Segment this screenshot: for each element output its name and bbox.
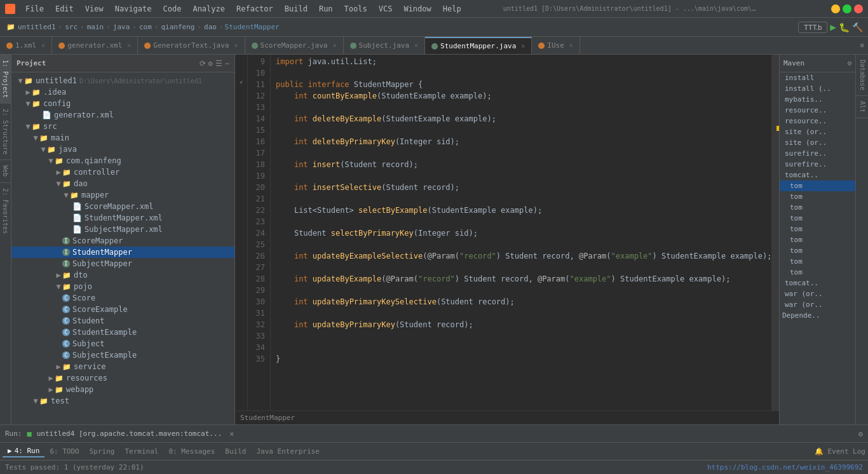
tree-comqianfeng[interactable]: ▼ 📁 com.qianfeng <box>11 155 234 166</box>
run-config-dropdown[interactable]: TTT.b <box>798 22 827 33</box>
tree-config[interactable]: ▼ 📁 config <box>11 98 234 109</box>
tree-dto[interactable]: ▶ 📁 dto <box>11 269 234 281</box>
bottom-tab-build[interactable]: Build <box>220 446 251 457</box>
menu-file[interactable]: File <box>20 3 49 15</box>
vtab-web[interactable]: Web <box>0 160 11 182</box>
layout-icon[interactable]: ☰ <box>215 59 222 68</box>
run-stop-icon[interactable]: ■ <box>27 430 32 438</box>
maven-site2[interactable]: site (or.. <box>780 137 855 148</box>
minimize-button[interactable] <box>831 4 840 13</box>
tree-score[interactable]: C Score <box>11 292 234 304</box>
tab-generatortext[interactable]: GeneratorText.java × <box>138 37 245 54</box>
run-button[interactable]: ▶ <box>830 21 836 33</box>
menu-window[interactable]: Window <box>398 3 436 15</box>
breadcrumb-dao[interactable]: dao <box>204 23 217 31</box>
menu-run[interactable]: Run <box>314 3 338 15</box>
tab-scoremapper[interactable]: ScoreMapper.java × <box>245 37 344 54</box>
tab-1xml[interactable]: 1.xml × <box>0 37 52 54</box>
close-button[interactable] <box>854 4 863 13</box>
maven-resource1[interactable]: resource.. <box>780 105 855 116</box>
debug-button[interactable]: 🐛 <box>839 22 850 32</box>
structure-button[interactable]: ≡ <box>856 37 868 54</box>
vtab-project[interactable]: 1: Project <box>0 55 11 104</box>
tab-close-1xml[interactable]: × <box>41 42 45 49</box>
tab-generatorxml[interactable]: generator.xml × <box>52 37 138 54</box>
tree-resources[interactable]: ▶ 📁 resources <box>11 372 234 384</box>
tab-close-scoremapper[interactable]: × <box>333 42 337 49</box>
menu-view[interactable]: View <box>80 3 109 15</box>
tree-scoremapper-xml[interactable]: 📄 ScoreMapper.xml <box>11 201 234 212</box>
maven-surefire1[interactable]: surefire.. <box>780 148 855 159</box>
tab-studentmapper[interactable]: StudentMapper.java × <box>425 37 532 54</box>
maven-tom2[interactable]: tom <box>780 191 855 202</box>
tree-studentexample[interactable]: C StudentExample <box>11 327 234 338</box>
maven-tom3[interactable]: tom <box>780 202 855 213</box>
maven-tom5[interactable]: tom <box>780 224 855 234</box>
tree-java[interactable]: ▼ 📁 java <box>11 144 234 155</box>
maven-tom9[interactable]: tom <box>780 267 855 278</box>
tree-mapper[interactable]: ▼ 📁 mapper <box>11 189 234 201</box>
maven-tom8[interactable]: tom <box>780 256 855 267</box>
maven-tom4[interactable]: tom <box>780 213 855 224</box>
gear-icon[interactable]: ⚙ <box>208 59 213 68</box>
maven-tom7[interactable]: tom <box>780 245 855 256</box>
maven-war1[interactable]: war (or.. <box>780 288 855 299</box>
tree-student[interactable]: C Student <box>11 315 234 327</box>
tree-subject[interactable]: C Subject <box>11 338 234 349</box>
menu-vcs[interactable]: VCS <box>374 3 398 15</box>
sync-icon[interactable]: ⟳ <box>200 59 206 68</box>
bottom-tab-run[interactable]: ▶ 4: Run <box>3 445 44 457</box>
maven-resource2[interactable]: resource.. <box>780 116 855 126</box>
breadcrumb-studentmapper[interactable]: StudentMapper <box>225 23 280 31</box>
event-log-label[interactable]: 🔔 Event Log <box>815 447 865 456</box>
vtab-favorites[interactable]: 2: Favorites <box>0 183 11 239</box>
tree-pojo[interactable]: ▼ 📁 pojo <box>11 281 234 292</box>
maven-tomcat2[interactable]: tomcat.. <box>780 278 855 288</box>
menu-edit[interactable]: Edit <box>50 3 79 15</box>
maven-tomcat1[interactable]: tomcat.. <box>780 170 855 180</box>
tree-subjectmapper-xml[interactable]: 📄 SubjectMapper.xml <box>11 224 234 235</box>
maven-install[interactable]: install <box>780 72 855 83</box>
breadcrumb-com[interactable]: com <box>139 23 152 31</box>
maven-surefire2[interactable]: surefire.. <box>780 159 855 170</box>
tree-subjectexample[interactable]: C SubjectExample <box>11 349 234 361</box>
tree-controller[interactable]: ▶ 📁 controller <box>11 166 234 178</box>
vtab-alt[interactable]: Alt <box>856 96 868 118</box>
maven-settings-icon[interactable]: ⚙ <box>847 59 851 67</box>
collapse-icon[interactable]: − <box>225 59 229 68</box>
tree-src[interactable]: ▼ 📁 src <box>11 121 234 132</box>
tree-dao[interactable]: ▼ 📁 dao <box>11 178 234 189</box>
menu-analyze[interactable]: Analyze <box>187 3 230 15</box>
maven-tom6[interactable]: tom <box>780 234 855 245</box>
run-settings-icon[interactable]: ⚙ <box>858 430 863 438</box>
menu-tools[interactable]: Tools <box>339 3 372 15</box>
tab-subject[interactable]: Subject.java × <box>344 37 426 54</box>
run-close-icon[interactable]: × <box>229 430 234 438</box>
tree-idea[interactable]: ▶ 📁 .idea <box>11 86 234 98</box>
tree-test[interactable]: ▼ 📁 test <box>11 395 234 407</box>
menu-navigate[interactable]: Navigate <box>110 3 157 15</box>
tab-close-generatortext[interactable]: × <box>234 42 238 49</box>
maven-site1[interactable]: site (or.. <box>780 126 855 137</box>
tree-service[interactable]: ▶ 📁 service <box>11 361 234 372</box>
tree-scoreexample[interactable]: C ScoreExample <box>11 304 234 315</box>
tab-close-subject[interactable]: × <box>414 42 418 49</box>
breadcrumb-main[interactable]: main <box>87 23 104 31</box>
tree-generatorxml[interactable]: ▶ 📄 generator.xml <box>11 109 234 121</box>
maven-install2[interactable]: install (.. <box>780 83 855 94</box>
tab-close-iuse[interactable]: × <box>569 42 573 49</box>
bottom-tab-terminal[interactable]: Terminal <box>119 446 163 457</box>
tree-studentmapper-xml[interactable]: 📄 StudentMapper.xml <box>11 212 234 224</box>
bottom-tab-todo[interactable]: 6: TODO <box>44 446 84 457</box>
breadcrumb-qianfeng[interactable]: qianfeng <box>161 23 194 31</box>
breadcrumb-java[interactable]: java <box>113 23 130 31</box>
maven-dependencies[interactable]: Depende.. <box>780 310 855 321</box>
bottom-tab-messages[interactable]: 0: Messages <box>163 446 220 457</box>
maven-war2[interactable]: war (or.. <box>780 299 855 310</box>
status-url[interactable]: https://blog.csdn.net/weixin_46399692 <box>707 463 863 471</box>
breadcrumb-src[interactable]: src <box>65 23 78 31</box>
tree-main[interactable]: ▼ 📁 main <box>11 132 234 144</box>
gutter-bookmark[interactable]: ⚡ <box>239 79 243 90</box>
bottom-tab-spring[interactable]: Spring <box>85 446 120 457</box>
vtab-database[interactable]: Database <box>856 55 868 96</box>
